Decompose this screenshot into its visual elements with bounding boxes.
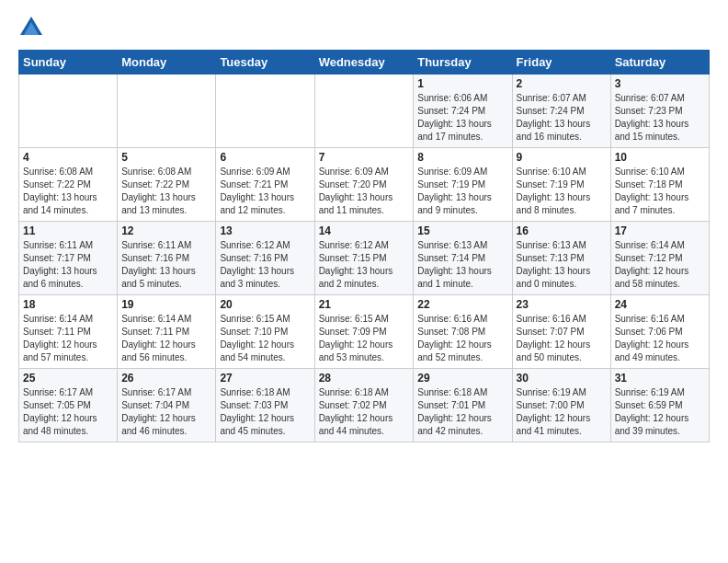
day-info: Sunrise: 6:13 AM Sunset: 7:13 PM Dayligh… bbox=[517, 239, 607, 291]
calendar-week-3: 11Sunrise: 6:11 AM Sunset: 7:17 PM Dayli… bbox=[19, 222, 710, 295]
calendar-cell: 9Sunrise: 6:10 AM Sunset: 7:19 PM Daylig… bbox=[512, 148, 610, 222]
day-number: 8 bbox=[417, 151, 507, 164]
calendar-cell: 18Sunrise: 6:14 AM Sunset: 7:11 PM Dayli… bbox=[19, 295, 118, 369]
calendar-cell: 27Sunrise: 6:18 AM Sunset: 7:03 PM Dayli… bbox=[216, 369, 314, 442]
day-info: Sunrise: 6:14 AM Sunset: 7:12 PM Dayligh… bbox=[615, 239, 705, 291]
calendar-cell: 8Sunrise: 6:09 AM Sunset: 7:19 PM Daylig… bbox=[414, 148, 512, 222]
weekday-header-saturday: Saturday bbox=[610, 51, 709, 75]
day-info: Sunrise: 6:08 AM Sunset: 7:22 PM Dayligh… bbox=[23, 166, 113, 217]
day-info: Sunrise: 6:10 AM Sunset: 7:19 PM Dayligh… bbox=[517, 166, 607, 217]
calendar-cell: 19Sunrise: 6:14 AM Sunset: 7:11 PM Dayli… bbox=[118, 295, 216, 369]
calendar-week-1: 1Sunrise: 6:06 AM Sunset: 7:24 PM Daylig… bbox=[19, 75, 710, 148]
calendar-cell: 7Sunrise: 6:09 AM Sunset: 7:20 PM Daylig… bbox=[314, 148, 414, 222]
day-number: 28 bbox=[319, 372, 410, 385]
day-info: Sunrise: 6:08 AM Sunset: 7:22 PM Dayligh… bbox=[121, 166, 211, 217]
day-number: 6 bbox=[220, 151, 310, 164]
day-info: Sunrise: 6:14 AM Sunset: 7:11 PM Dayligh… bbox=[23, 313, 113, 364]
day-info: Sunrise: 6:10 AM Sunset: 7:18 PM Dayligh… bbox=[615, 166, 705, 217]
day-info: Sunrise: 6:18 AM Sunset: 7:01 PM Dayligh… bbox=[417, 386, 507, 438]
day-number: 24 bbox=[615, 298, 705, 311]
day-info: Sunrise: 6:15 AM Sunset: 7:10 PM Dayligh… bbox=[220, 313, 310, 364]
day-number: 5 bbox=[121, 151, 211, 164]
day-info: Sunrise: 6:15 AM Sunset: 7:09 PM Dayligh… bbox=[319, 313, 410, 364]
day-info: Sunrise: 6:17 AM Sunset: 7:04 PM Dayligh… bbox=[121, 386, 211, 438]
day-number: 11 bbox=[23, 224, 113, 237]
day-number: 7 bbox=[319, 151, 410, 164]
calendar-cell: 13Sunrise: 6:12 AM Sunset: 7:16 PM Dayli… bbox=[216, 222, 314, 295]
calendar-cell: 6Sunrise: 6:09 AM Sunset: 7:21 PM Daylig… bbox=[216, 148, 314, 222]
calendar-week-2: 4Sunrise: 6:08 AM Sunset: 7:22 PM Daylig… bbox=[19, 148, 710, 222]
calendar-cell: 12Sunrise: 6:11 AM Sunset: 7:16 PM Dayli… bbox=[118, 222, 216, 295]
day-info: Sunrise: 6:11 AM Sunset: 7:16 PM Dayligh… bbox=[121, 239, 211, 291]
day-number: 26 bbox=[121, 372, 211, 385]
calendar-cell: 29Sunrise: 6:18 AM Sunset: 7:01 PM Dayli… bbox=[414, 369, 512, 442]
day-info: Sunrise: 6:18 AM Sunset: 7:03 PM Dayligh… bbox=[220, 386, 310, 438]
weekday-header-thursday: Thursday bbox=[414, 51, 512, 75]
day-number: 1 bbox=[417, 77, 507, 90]
calendar-cell: 28Sunrise: 6:18 AM Sunset: 7:02 PM Dayli… bbox=[314, 369, 414, 442]
weekday-header-sunday: Sunday bbox=[19, 51, 118, 75]
day-number: 31 bbox=[615, 372, 705, 385]
day-info: Sunrise: 6:18 AM Sunset: 7:02 PM Dayligh… bbox=[319, 386, 410, 438]
day-info: Sunrise: 6:07 AM Sunset: 7:23 PM Dayligh… bbox=[615, 92, 705, 144]
weekday-header-monday: Monday bbox=[118, 51, 216, 75]
day-number: 4 bbox=[23, 151, 113, 164]
day-info: Sunrise: 6:13 AM Sunset: 7:14 PM Dayligh… bbox=[417, 239, 507, 291]
calendar-cell bbox=[216, 75, 314, 148]
weekday-header-friday: Friday bbox=[512, 51, 610, 75]
weekday-header-wednesday: Wednesday bbox=[314, 51, 414, 75]
calendar-cell: 14Sunrise: 6:12 AM Sunset: 7:15 PM Dayli… bbox=[314, 222, 414, 295]
logo-icon bbox=[18, 15, 44, 40]
calendar-cell: 21Sunrise: 6:15 AM Sunset: 7:09 PM Dayli… bbox=[314, 295, 414, 369]
calendar-cell: 26Sunrise: 6:17 AM Sunset: 7:04 PM Dayli… bbox=[118, 369, 216, 442]
day-info: Sunrise: 6:09 AM Sunset: 7:21 PM Dayligh… bbox=[220, 166, 310, 217]
weekday-header-tuesday: Tuesday bbox=[216, 51, 314, 75]
calendar-cell: 25Sunrise: 6:17 AM Sunset: 7:05 PM Dayli… bbox=[19, 369, 118, 442]
day-number: 13 bbox=[220, 224, 310, 237]
calendar-cell: 15Sunrise: 6:13 AM Sunset: 7:14 PM Dayli… bbox=[414, 222, 512, 295]
day-number: 23 bbox=[517, 298, 607, 311]
calendar-cell: 1Sunrise: 6:06 AM Sunset: 7:24 PM Daylig… bbox=[414, 75, 512, 148]
day-number: 14 bbox=[319, 224, 410, 237]
day-info: Sunrise: 6:09 AM Sunset: 7:20 PM Dayligh… bbox=[319, 166, 410, 217]
calendar-cell: 4Sunrise: 6:08 AM Sunset: 7:22 PM Daylig… bbox=[19, 148, 118, 222]
day-number: 20 bbox=[220, 298, 310, 311]
day-number: 25 bbox=[23, 372, 113, 385]
day-info: Sunrise: 6:14 AM Sunset: 7:11 PM Dayligh… bbox=[121, 313, 211, 364]
day-info: Sunrise: 6:16 AM Sunset: 7:07 PM Dayligh… bbox=[517, 313, 607, 364]
weekday-header-row: SundayMondayTuesdayWednesdayThursdayFrid… bbox=[19, 51, 710, 75]
day-number: 9 bbox=[517, 151, 607, 164]
calendar-cell: 17Sunrise: 6:14 AM Sunset: 7:12 PM Dayli… bbox=[610, 222, 709, 295]
day-info: Sunrise: 6:06 AM Sunset: 7:24 PM Dayligh… bbox=[417, 92, 507, 144]
day-number: 22 bbox=[417, 298, 507, 311]
logo bbox=[18, 15, 46, 40]
day-number: 17 bbox=[615, 224, 705, 237]
day-number: 10 bbox=[615, 151, 705, 164]
day-number: 30 bbox=[517, 372, 607, 385]
calendar-week-4: 18Sunrise: 6:14 AM Sunset: 7:11 PM Dayli… bbox=[19, 295, 710, 369]
calendar-cell bbox=[118, 75, 216, 148]
day-info: Sunrise: 6:17 AM Sunset: 7:05 PM Dayligh… bbox=[23, 386, 113, 438]
day-info: Sunrise: 6:09 AM Sunset: 7:19 PM Dayligh… bbox=[417, 166, 507, 217]
day-info: Sunrise: 6:16 AM Sunset: 7:06 PM Dayligh… bbox=[615, 313, 705, 364]
day-number: 21 bbox=[319, 298, 410, 311]
calendar-cell bbox=[314, 75, 414, 148]
day-info: Sunrise: 6:12 AM Sunset: 7:15 PM Dayligh… bbox=[319, 239, 410, 291]
calendar-cell: 24Sunrise: 6:16 AM Sunset: 7:06 PM Dayli… bbox=[610, 295, 709, 369]
day-number: 2 bbox=[517, 77, 607, 90]
day-info: Sunrise: 6:07 AM Sunset: 7:24 PM Dayligh… bbox=[517, 92, 607, 144]
calendar-cell bbox=[19, 75, 118, 148]
day-number: 29 bbox=[417, 372, 507, 385]
day-number: 19 bbox=[121, 298, 211, 311]
day-number: 16 bbox=[517, 224, 607, 237]
day-info: Sunrise: 6:16 AM Sunset: 7:08 PM Dayligh… bbox=[417, 313, 507, 364]
page: SundayMondayTuesdayWednesdayThursdayFrid… bbox=[0, 0, 728, 452]
day-info: Sunrise: 6:12 AM Sunset: 7:16 PM Dayligh… bbox=[220, 239, 310, 291]
calendar-cell: 10Sunrise: 6:10 AM Sunset: 7:18 PM Dayli… bbox=[610, 148, 709, 222]
calendar-cell: 5Sunrise: 6:08 AM Sunset: 7:22 PM Daylig… bbox=[118, 148, 216, 222]
day-info: Sunrise: 6:19 AM Sunset: 7:00 PM Dayligh… bbox=[517, 386, 607, 438]
calendar-cell: 3Sunrise: 6:07 AM Sunset: 7:23 PM Daylig… bbox=[610, 75, 709, 148]
calendar-cell: 23Sunrise: 6:16 AM Sunset: 7:07 PM Dayli… bbox=[512, 295, 610, 369]
calendar-table: SundayMondayTuesdayWednesdayThursdayFrid… bbox=[18, 50, 710, 442]
calendar-cell: 22Sunrise: 6:16 AM Sunset: 7:08 PM Dayli… bbox=[414, 295, 512, 369]
